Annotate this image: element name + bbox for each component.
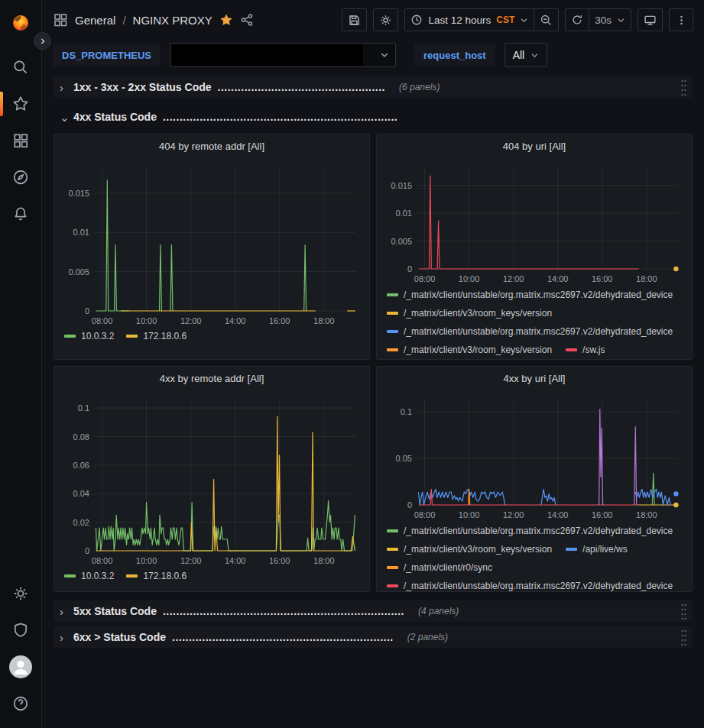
x-axis-tick: 10:00 [136,556,157,565]
help-icon [12,695,29,712]
chevron-right-icon: › [60,606,67,617]
legend-item[interactable]: /_matrix/client/r0/sync [387,562,492,573]
legend-label: 10.0.3.2 [81,571,114,581]
sidebar-item-configuration[interactable] [0,575,42,612]
legend: 10.0.3.2172.18.0.6 [61,328,362,341]
sidebar-item-search[interactable] [0,49,42,86]
y-axis-tick: 0 [407,500,412,510]
datasource-dropdown[interactable] [170,43,396,67]
panel-title[interactable]: 4xx by remote addr [All] [61,370,362,389]
chart-canvas[interactable]: 00.050.108:0010:0012:0014:0016:0018:00 [384,389,684,522]
legend-item[interactable]: /api/live/ws [566,544,628,555]
share-icon[interactable] [240,13,254,27]
x-axis-tick: 12:00 [180,556,202,565]
y-axis-tick: 0.01 [396,209,412,218]
legend-item[interactable]: /_matrix/client/v3/room_keys/version [387,308,552,319]
legend-swatch [126,335,138,338]
legend-item[interactable]: /_matrix/client/v3/room_keys/version [387,345,552,355]
legend: /_matrix/client/unstable/org.matrix.msc2… [384,286,685,359]
zoom-out-button[interactable] [534,8,559,31]
legend-item[interactable]: 172.18.0.6 [126,331,187,341]
row-header-4xx[interactable]: ⌄ 4xx Status Code ......................… [54,106,693,128]
breadcrumb-folder[interactable]: General [75,14,115,27]
legend-label: 10.0.3.2 [81,331,114,341]
row-dots: ........................................… [172,631,394,643]
series-point [673,503,678,507]
panel-title[interactable]: 404 by remote addr [All] [61,138,362,157]
panel-title[interactable]: 404 by uri [All] [384,138,685,157]
sidebar-item-explore[interactable] [0,159,42,196]
row-header-1xx-3xx-2xx[interactable]: › 1xx - 3xx - 2xx Status Code ..........… [54,76,693,98]
y-axis-tick: 0.04 [73,489,89,498]
row-drag-handle[interactable] [680,603,687,624]
sidebar-expand-button[interactable] [34,32,51,50]
refresh-button[interactable] [565,8,589,31]
refresh-interval-label: 30s [595,15,612,26]
kiosk-mode-button[interactable] [637,8,663,31]
legend-item[interactable]: 172.18.0.6 [126,571,187,581]
legend-label: /_matrix/client/unstable/org.matrix.msc2… [404,326,673,337]
legend-label: 172.18.0.6 [143,331,187,341]
legend-item[interactable]: /_matrix/client/unstable/org.matrix.msc2… [387,581,673,591]
save-icon [348,14,361,27]
x-axis-tick: 16:00 [592,274,613,283]
kebab-icon [676,15,687,26]
legend-item[interactable]: /_matrix/client/v3/room_keys/version [387,544,552,555]
plot-area: 00.050.108:0010:0012:0014:0016:0018:00 [384,389,685,522]
row-header-6xx[interactable]: › 6xx > Status Code ....................… [54,626,693,648]
legend-item[interactable]: /_matrix/client/unstable/org.matrix.msc2… [387,326,673,337]
legend: /_matrix/client/unstable/org.matrix.msc2… [384,522,685,592]
series-line [541,489,556,505]
y-axis-tick: 0.015 [391,181,412,190]
y-axis-tick: 0.08 [73,432,89,442]
legend-item[interactable]: /sw.js [566,345,605,355]
sidebar-item-dashboards[interactable] [0,122,42,159]
panels-grid: 404 by remote addr [All] 00.0050.010.015… [54,134,693,592]
legend-item[interactable]: /_matrix/client/unstable/org.matrix.msc2… [387,526,673,536]
legend-label: /_matrix/client/unstable/org.matrix.msc2… [404,581,673,591]
time-range-picker[interactable]: Last 12 hours CST [404,8,534,31]
legend-swatch [64,574,76,578]
chevron-down-icon: ⌄ [60,112,67,123]
legend-swatch [387,312,398,315]
x-axis-tick: 14:00 [225,316,246,325]
chevron-right-icon [39,37,47,45]
sidebar-item-help[interactable] [0,685,42,722]
legend-swatch [566,548,577,551]
gear-icon [12,585,29,602]
legend-item[interactable]: 10.0.3.2 [64,331,114,341]
y-axis-tick: 0 [85,306,89,315]
row-title: 5xx Status Code [73,605,157,617]
row-drag-handle[interactable] [680,79,687,100]
sidebar-item-profile[interactable] [0,649,42,685]
row-dots: ........................................… [218,81,385,93]
request-host-dropdown[interactable]: All [504,43,548,67]
row-panel-count: (2 panels) [407,632,448,642]
sidebar-item-starred[interactable] [0,86,42,122]
legend-item[interactable]: 10.0.3.2 [64,571,114,581]
variable-label-request-host: request_host [414,44,495,66]
row-drag-handle[interactable] [680,629,687,650]
dashboard-settings-button[interactable] [373,8,398,31]
legend-label: /_matrix/client/unstable/org.matrix.msc2… [404,526,673,536]
sidebar-item-server-admin[interactable] [0,612,42,649]
chart-canvas[interactable]: 00.0050.010.01508:0010:0012:0014:0016:00… [384,157,684,286]
refresh-interval-dropdown[interactable]: 30s [589,8,631,31]
chevron-down-icon [530,51,539,60]
save-dashboard-button[interactable] [342,8,367,31]
series-point [673,491,678,496]
user-avatar [9,655,32,678]
panel-4xx-by-remote-addr: 4xx by remote addr [All] 00.020.040.060.… [54,366,370,592]
chart-canvas[interactable]: 00.020.040.060.080.108:0010:0012:0014:00… [61,389,362,568]
panel-title[interactable]: 4xx by uri [All] [384,370,685,389]
favorite-star-icon[interactable] [219,13,233,27]
legend-label: 172.18.0.6 [143,571,187,581]
series-line [304,245,307,311]
chart-canvas[interactable]: 00.0050.010.01508:0010:0012:0014:0016:00… [61,157,362,328]
bell-icon [12,205,29,222]
row-header-5xx[interactable]: › 5xx Status Code ......................… [54,600,693,622]
sidebar-item-alerting[interactable] [0,196,42,232]
topbar: General / NGINX PROXY Last 12 hours CST [42,0,704,40]
legend-item[interactable]: /_matrix/client/unstable/org.matrix.msc2… [387,290,673,300]
more-menu-button[interactable] [669,8,693,31]
